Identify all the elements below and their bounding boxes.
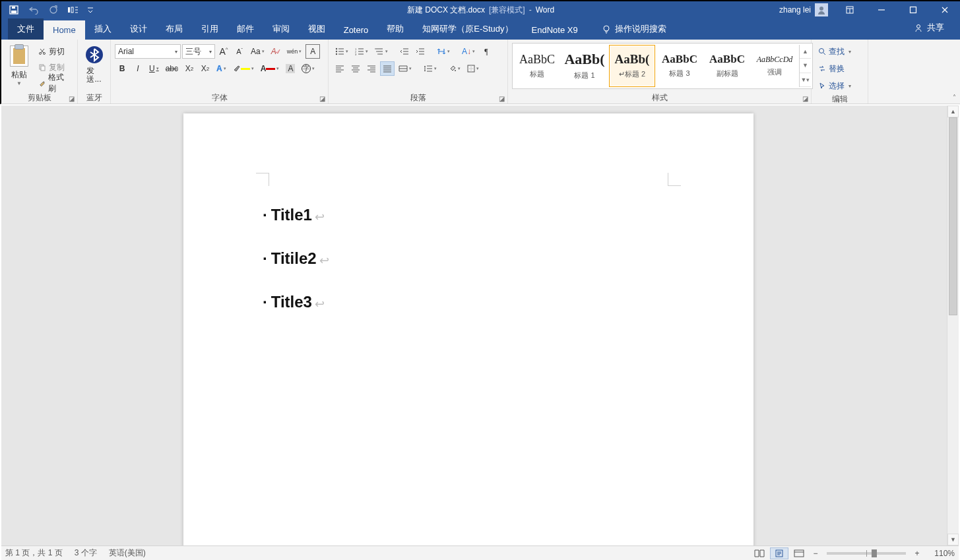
style-item-标题3[interactable]: AaBbC标题 3 [656,45,703,87]
clear-formatting-button[interactable]: A [269,44,283,59]
tab-references[interactable]: 引用 [192,18,228,40]
touch-mode-button[interactable] [66,3,80,17]
heading-line[interactable]: ·Titile2↩ [263,249,681,268]
scroll-thumb[interactable] [949,117,957,315]
zoom-knob[interactable] [872,549,877,557]
tab-review[interactable]: 审阅 [263,18,299,40]
word-count[interactable]: 3 个字 [75,547,97,559]
tab-layout[interactable]: 布局 [156,18,192,40]
tab-endnote[interactable]: EndNote X9 [523,20,587,40]
tab-mailings[interactable]: 邮件 [228,18,263,40]
font-size-combo[interactable]: 三号▾ [182,44,215,59]
zoom-slider[interactable] [827,552,906,555]
align-right-button[interactable] [364,61,379,76]
bullets-button[interactable] [333,44,351,59]
borders-button[interactable] [464,61,482,76]
redo-button[interactable] [46,3,61,17]
bluetooth-send-button[interactable]: 发 送... [82,42,106,84]
print-layout-button[interactable] [770,547,788,559]
heading-line[interactable]: ·Title3↩ [263,293,681,311]
page-indicator[interactable]: 第 1 页，共 1 页 [5,547,63,559]
distributed-button[interactable] [396,61,414,76]
paste-button[interactable]: 粘贴 ▼ [5,42,33,86]
cut-button[interactable]: 剪切 [36,44,73,59]
gallery-more-button[interactable]: ▼▾ [800,73,811,87]
select-button[interactable]: 选择▾ [816,78,854,93]
change-case-button[interactable]: Aa [248,44,267,59]
tab-design[interactable]: 设计 [121,18,156,40]
strikethrough-button[interactable]: abc [163,61,181,76]
highlight-button[interactable] [230,61,257,76]
superscript-button[interactable]: X2 [198,61,212,76]
minimize-button[interactable] [866,1,897,19]
multilevel-button[interactable] [372,44,391,59]
decrease-indent-button[interactable] [397,44,412,59]
user-account[interactable]: zhang lei [774,3,833,16]
justify-button[interactable] [380,61,395,76]
language-indicator[interactable]: 英语(美国) [109,547,146,559]
scroll-down-button[interactable]: ▼ [947,534,959,545]
phonetic-guide-button[interactable]: wén [284,44,305,59]
read-mode-button[interactable] [750,547,769,559]
gallery-down-button[interactable]: ▼ [800,59,811,73]
font-name-combo[interactable]: Arial▾ [115,44,181,59]
enclose-char-button[interactable]: 字 [299,61,317,76]
font-color-button[interactable]: A [258,61,282,76]
styles-launcher[interactable]: ◪ [802,93,808,105]
tell-me-search[interactable]: 操作说明搜索 [596,18,672,40]
scroll-up-button[interactable]: ▲ [947,106,959,117]
font-launcher[interactable]: ◪ [319,93,325,105]
share-button[interactable]: 共享 [914,22,944,34]
maximize-button[interactable] [898,1,928,19]
bold-button[interactable]: B [115,61,129,76]
format-painter-button[interactable]: 格式刷 [36,76,73,90]
style-item-副标题[interactable]: AaBbC副标题 [704,45,750,87]
paragraph-launcher[interactable]: ◪ [499,93,505,105]
style-item-标题[interactable]: AaBbC标题 [514,45,560,87]
zoom-level[interactable]: 110% [924,549,955,558]
tab-view[interactable]: 视图 [299,18,335,40]
align-left-button[interactable] [333,61,347,76]
shading-button[interactable] [446,61,463,76]
italic-button[interactable]: I [131,61,145,76]
clipboard-launcher[interactable]: ◪ [69,93,75,105]
scroll-track[interactable] [947,117,959,534]
sort-button[interactable]: A↓ [459,44,478,59]
shrink-font-button[interactable]: Aˇ [232,44,247,59]
tab-help[interactable]: 帮助 [377,18,413,40]
align-center-button[interactable] [348,61,363,76]
ribbon-options-button[interactable] [835,1,865,19]
subscript-button[interactable]: X2 [182,61,197,76]
page[interactable]: ·Title1↩·Titile2↩·Title3↩ [183,113,753,545]
text-effects-button[interactable]: A [214,61,229,76]
find-button[interactable]: 查找▾ [816,44,854,59]
asian-layout-button[interactable] [434,44,453,59]
web-layout-button[interactable] [790,547,808,559]
char-shading-button[interactable]: A [283,61,298,76]
vertical-scrollbar[interactable]: ▲ ▼ [947,106,959,545]
underline-button[interactable]: U [146,61,162,76]
tab-file[interactable]: 文件 [8,18,44,40]
tab-home[interactable]: Home [44,20,85,40]
qat-more-button[interactable] [86,3,95,17]
gallery-up-button[interactable]: ▲ [800,45,811,59]
close-button[interactable] [930,1,960,19]
grow-font-button[interactable]: A^ [216,44,231,59]
tab-cnki[interactable]: 知网研学（原E-Study） [413,18,522,40]
collapse-ribbon-button[interactable]: ˄ [953,94,956,101]
zoom-in-button[interactable]: + [911,549,923,558]
line-spacing-button[interactable] [421,61,439,76]
numbering-button[interactable]: 123 [352,44,371,59]
undo-button[interactable] [26,3,41,17]
style-item-标题1[interactable]: AaBb(标题 1 [561,45,608,87]
heading-line[interactable]: ·Title1↩ [263,206,681,224]
replace-button[interactable]: 替换 [816,61,847,76]
show-marks-button[interactable]: ¶ [479,44,494,59]
style-item-标题2[interactable]: AaBb(↵标题 2 [609,45,655,87]
style-item-强调[interactable]: AaBbCcDd强调 [752,45,798,87]
tab-insert[interactable]: 插入 [85,18,121,40]
character-border-button[interactable]: A [305,44,320,59]
zoom-out-button[interactable]: − [810,549,821,558]
page-content[interactable]: ·Title1↩·Titile2↩·Title3↩ [263,206,681,336]
save-button[interactable] [7,3,21,17]
